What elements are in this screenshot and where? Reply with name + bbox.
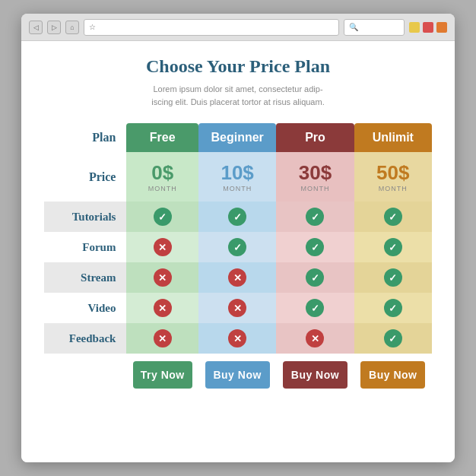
tutorials-free: ✓ — [126, 202, 198, 232]
browser-content: Choose Your Price Plan Lorem ipsum dolor… — [21, 41, 455, 462]
check-icon: ✓ — [384, 329, 402, 347]
tutorials-pro: ✓ — [276, 202, 354, 232]
forum-beginner: ✓ — [198, 232, 276, 262]
feedback-beginner: ✕ — [198, 323, 276, 354]
try-now-button[interactable]: Try Now — [133, 361, 192, 389]
plan-header-beginner: Beginner — [198, 123, 276, 152]
plan-header-unlimit: Unlimit — [354, 123, 432, 152]
close-button[interactable] — [423, 22, 433, 33]
price-pro: 30$ MONTH — [276, 152, 354, 202]
check-icon: ✓ — [384, 299, 402, 317]
buy-now-unlimit-cell: Buy Now — [354, 354, 432, 392]
plan-header-pro: Pro — [276, 123, 354, 152]
tutorials-unlimit: ✓ — [354, 202, 432, 232]
try-now-cell: Try Now — [126, 354, 198, 392]
stream-beginner: ✕ — [198, 262, 276, 293]
buy-now-pro-cell: Buy Now — [276, 354, 354, 392]
check-icon: ✓ — [228, 238, 246, 256]
video-pro: ✓ — [276, 293, 354, 323]
check-icon: ✓ — [154, 208, 172, 226]
search-bar[interactable]: 🔍 — [344, 19, 405, 36]
price-free: 0$ MONTH — [126, 152, 198, 202]
check-icon: ✓ — [306, 268, 324, 287]
x-icon: ✕ — [228, 268, 246, 287]
window-controls — [409, 22, 447, 33]
check-icon: ✓ — [306, 238, 324, 256]
check-icon: ✓ — [384, 208, 402, 226]
forward-button[interactable]: ▷ — [47, 21, 61, 34]
buy-now-pro-button[interactable]: Buy Now — [283, 361, 347, 389]
buy-now-unlimit-button[interactable]: Buy Now — [360, 361, 425, 389]
check-icon: ✓ — [384, 268, 402, 287]
feedback-unlimit: ✓ — [354, 323, 432, 354]
video-unlimit: ✓ — [354, 293, 432, 323]
x-icon: ✕ — [228, 299, 246, 317]
forum-pro: ✓ — [276, 232, 354, 262]
page-title: Choose Your Price Plan — [44, 56, 432, 77]
video-beginner: ✕ — [198, 293, 276, 323]
stream-label-cell: Stream — [44, 262, 126, 293]
check-icon: ✓ — [228, 208, 246, 226]
price-beginner: 10$ MONTH — [198, 152, 276, 202]
forum-unlimit: ✓ — [354, 232, 432, 262]
browser-toolbar: ◁ ▷ ⌂ ☆ 🔍 — [21, 14, 455, 41]
stream-free: ✕ — [126, 262, 198, 293]
price-label-cell: Price — [44, 152, 126, 202]
tutorials-beginner: ✓ — [198, 202, 276, 232]
feedback-pro: ✕ — [276, 323, 354, 354]
forum-free: ✕ — [126, 232, 198, 262]
home-button[interactable]: ⌂ — [65, 21, 79, 34]
search-icon: 🔍 — [349, 23, 358, 31]
x-icon: ✕ — [154, 238, 172, 256]
address-bar[interactable]: ☆ — [84, 19, 339, 36]
stream-unlimit: ✓ — [354, 262, 432, 293]
tutorials-label-cell: Tutorials — [44, 202, 126, 232]
buy-now-beginner-button[interactable]: Buy Now — [205, 361, 270, 389]
check-icon: ✓ — [384, 238, 402, 256]
price-unlimit: 50$ MONTH — [354, 152, 432, 202]
plan-label: Plan — [44, 123, 126, 152]
page-subtitle: Lorem ipsum dolor sit amet, consectetur … — [44, 83, 432, 108]
check-icon: ✓ — [306, 299, 324, 317]
forum-label-cell: Forum — [44, 232, 126, 262]
video-label-cell: Video — [44, 293, 126, 323]
pricing-table: Plan Free Beginner Pro Unlimit Price — [44, 123, 432, 392]
video-free: ✕ — [126, 293, 198, 323]
stream-pro: ✓ — [276, 262, 354, 293]
feedback-free: ✕ — [126, 323, 198, 354]
feedback-label-cell: Feedback — [44, 323, 126, 354]
x-icon: ✕ — [154, 299, 172, 317]
buy-now-beginner-cell: Buy Now — [198, 354, 276, 392]
x-icon: ✕ — [154, 329, 172, 347]
maximize-button[interactable] — [436, 22, 447, 33]
minimize-button[interactable] — [409, 22, 420, 33]
address-star-icon: ☆ — [89, 23, 96, 31]
plan-header-free: Free — [126, 123, 198, 152]
x-icon: ✕ — [228, 329, 246, 347]
browser-window: ◁ ▷ ⌂ ☆ 🔍 Choose Your Price Plan Lorem i… — [21, 14, 455, 462]
x-icon: ✕ — [306, 329, 324, 347]
check-icon: ✓ — [306, 208, 324, 226]
back-button[interactable]: ◁ — [29, 21, 43, 34]
button-label-empty — [44, 354, 126, 392]
x-icon: ✕ — [154, 268, 172, 287]
